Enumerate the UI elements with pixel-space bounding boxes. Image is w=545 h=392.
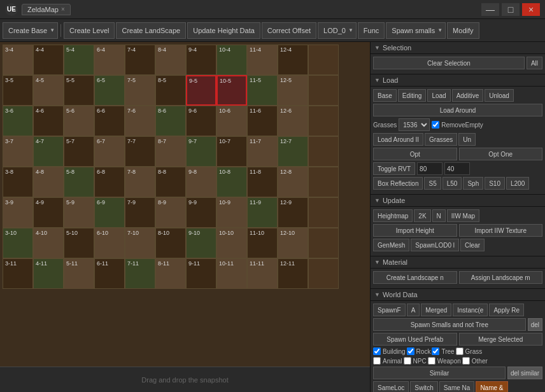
editing-button[interactable]: Editing	[398, 89, 427, 102]
map-cell[interactable]: 6-4	[94, 45, 125, 75]
un-button[interactable]: Un	[458, 133, 476, 146]
map-cell[interactable]: 9-4	[186, 45, 216, 75]
maximize-button[interactable]: □	[502, 3, 520, 16]
close-window-button[interactable]: ×	[522, 3, 540, 16]
map-cell[interactable]: 7-9	[125, 197, 155, 228]
map-cell[interactable]: 7-5	[125, 75, 155, 106]
map-cell[interactable]: 8-4	[155, 45, 186, 75]
sameloc-button[interactable]: SameLoc	[373, 381, 409, 392]
load-around-ii-button[interactable]: Load Around II	[373, 133, 423, 146]
selection-section-header[interactable]: ▼ Selection	[371, 42, 545, 54]
s10-button[interactable]: S10	[485, 177, 505, 190]
map-cell[interactable]	[308, 228, 339, 258]
sph-button[interactable]: Sph	[463, 177, 483, 190]
building-checkbox[interactable]	[373, 347, 381, 355]
create-landscape-mat-button[interactable]: Create Landscape n	[373, 271, 457, 284]
map-cell[interactable]: 3-5	[3, 75, 33, 106]
map-cell[interactable]: 6-6	[94, 106, 125, 136]
other-checkbox[interactable]	[462, 357, 470, 365]
create-level-button[interactable]: Create Level	[64, 22, 115, 39]
map-cell[interactable]: 6-9	[94, 197, 125, 228]
drag-drop-area[interactable]: Drag and drop the snapshot	[0, 367, 370, 392]
import-height-button[interactable]: Import Height	[373, 224, 457, 237]
map-cell[interactable]: 4-5	[33, 75, 64, 106]
grasses-select[interactable]: 1536	[399, 118, 430, 131]
grasses-btn[interactable]: Grasses	[425, 133, 457, 146]
world-data-section-header[interactable]: ▼ World Data	[371, 289, 545, 301]
rvt-input-1[interactable]	[417, 162, 442, 175]
map-cell[interactable]: 11-11	[247, 258, 278, 289]
minimize-button[interactable]: —	[481, 3, 499, 16]
map-cell[interactable]: 9-7	[186, 136, 216, 167]
map-cell[interactable]: 3-4	[3, 45, 33, 75]
lod-dropdown[interactable]: LOD_0 ▼	[318, 22, 357, 39]
hm-2k-button[interactable]: 2K	[414, 209, 430, 222]
instance-button[interactable]: Instanc(e	[453, 304, 488, 316]
create-landscape-button[interactable]: Create LandScape	[116, 22, 186, 39]
map-cell[interactable]	[308, 258, 339, 289]
map-cell[interactable]: 12-8	[278, 167, 308, 197]
merged-button[interactable]: Merged	[421, 304, 451, 316]
l200-button[interactable]: L200	[506, 177, 529, 190]
map-cell[interactable]: 6-10	[94, 228, 125, 258]
map-cell[interactable]: 4-8	[33, 167, 64, 197]
map-cell[interactable]: 11-7	[247, 136, 278, 167]
map-cell[interactable]	[308, 197, 339, 228]
map-cell[interactable]: 5-4	[64, 45, 94, 75]
map-cell[interactable]: 3-6	[3, 106, 33, 136]
load-button[interactable]: Load	[427, 89, 450, 102]
heightmap-button[interactable]: Heightmap	[373, 209, 413, 222]
map-cell[interactable]: 9-10	[186, 228, 216, 258]
genmesh-button[interactable]: GenMesh	[373, 239, 409, 251]
map-cell[interactable]: 7-7	[125, 136, 155, 167]
map-cell[interactable]: 5-6	[64, 106, 94, 136]
map-cell[interactable]: 5-8	[64, 167, 94, 197]
map-cell[interactable]: 10-7	[216, 136, 247, 167]
additive-button[interactable]: Additive	[452, 89, 484, 102]
map-cell[interactable]: 11-8	[247, 167, 278, 197]
tree-checkbox[interactable]	[432, 347, 439, 355]
map-cell[interactable]: 7-11	[125, 258, 155, 289]
del-button-1[interactable]: del	[528, 318, 542, 331]
spawnf-button[interactable]: SpawnF	[373, 304, 406, 316]
opt-button[interactable]: Opt	[373, 148, 457, 160]
map-cell[interactable]: 8-5	[155, 75, 186, 106]
similar-button[interactable]: Similar	[373, 367, 506, 379]
map-cell[interactable]: 12-5	[278, 75, 308, 106]
map-cell[interactable]: 11-9	[247, 197, 278, 228]
map-cell[interactable]: 5-11	[64, 258, 94, 289]
map-cell[interactable]: 11-10	[247, 228, 278, 258]
map-cell[interactable]: 4-10	[33, 228, 64, 258]
map-canvas[interactable]: 3-44-45-46-47-48-49-410-411-412-43-54-55…	[0, 42, 370, 367]
map-cell[interactable]: 3-8	[3, 167, 33, 197]
map-cell[interactable]: 4-6	[33, 106, 64, 136]
map-cell[interactable]: 9-8	[186, 167, 216, 197]
map-cell[interactable]: 7-10	[125, 228, 155, 258]
spawn-lod0-button[interactable]: SpawnLOD0 l	[411, 239, 459, 251]
update-height-data-button[interactable]: Update Height Data	[187, 22, 260, 39]
box-reflection-button[interactable]: Box Reflection	[373, 177, 423, 190]
npc-checkbox[interactable]	[404, 357, 411, 365]
map-tab[interactable]: ZeldaMap ×	[22, 4, 71, 15]
map-cell[interactable]: 5-9	[64, 197, 94, 228]
name-part-button[interactable]: Name &	[476, 381, 507, 392]
map-cell[interactable]: 6-8	[94, 167, 125, 197]
map-cell[interactable]: 7-6	[125, 106, 155, 136]
map-cell[interactable]: 9-5	[186, 75, 216, 106]
map-cell[interactable]: 7-8	[125, 167, 155, 197]
del-similar-button[interactable]: del similar	[507, 367, 542, 379]
map-cell[interactable]: 8-11	[155, 258, 186, 289]
map-cell[interactable]: 12-11	[278, 258, 308, 289]
l50-button[interactable]: L50	[442, 177, 462, 190]
switch-button[interactable]: Switch	[410, 381, 437, 392]
map-cell[interactable]: 6-7	[94, 136, 125, 167]
map-cell[interactable]	[308, 106, 339, 136]
unload-button[interactable]: Unload	[485, 89, 514, 102]
map-cell[interactable]: 9-9	[186, 197, 216, 228]
animal-checkbox[interactable]	[373, 357, 381, 365]
merge-selected-button[interactable]: Merge Selected	[459, 333, 543, 346]
map-cell[interactable]: 6-11	[94, 258, 125, 289]
create-base-button[interactable]: Create Base ▼	[3, 22, 58, 39]
remove-empty-checkbox[interactable]	[432, 121, 439, 129]
correct-offset-button[interactable]: Correct Offset	[262, 22, 316, 39]
